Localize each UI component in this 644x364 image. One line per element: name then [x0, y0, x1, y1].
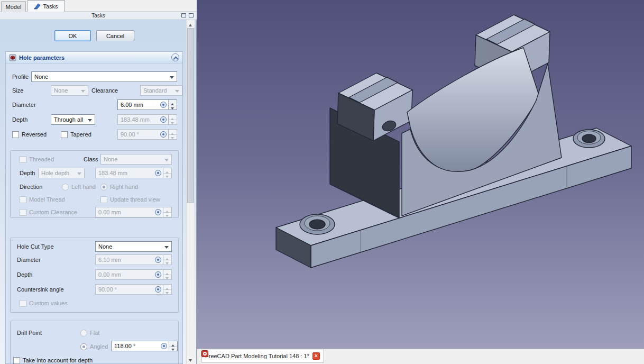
hole-parameters-section: Hole parameters Profile None Size None C…: [5, 51, 183, 364]
custom-clearance-checkbox: Custom Clearance: [20, 207, 77, 217]
class-combobox: None: [100, 154, 172, 165]
drill-point-groupbox: Drill Point Flat Angled 118.00 °: [10, 321, 179, 364]
custom-clearance-spinbox: 0.00 mm: [95, 207, 172, 217]
tasks-panel-titlebar: Tasks: [0, 12, 197, 20]
depth-account-checkbox[interactable]: Take into account for depth: [13, 355, 93, 364]
expression-icon: [155, 257, 161, 263]
hole-cut-groupbox: Hole Cut Type None Diameter 6.10 mm Dept…: [10, 238, 179, 313]
expression-icon: [155, 170, 161, 176]
depth-mode-combobox[interactable]: Through all: [51, 114, 95, 125]
profile-combobox[interactable]: None: [31, 71, 177, 82]
spin-down-button[interactable]: [169, 347, 177, 351]
spin-down-button: [169, 120, 177, 125]
checkbox-box: [13, 357, 20, 364]
expression-icon: [155, 209, 161, 215]
chevron-down-icon: [81, 90, 85, 95]
ok-button[interactable]: OK: [54, 30, 91, 41]
spin-up-button: [169, 130, 177, 135]
reversed-checkbox[interactable]: Reversed: [12, 129, 47, 140]
drill-angle-spinbox[interactable]: 118.00 °: [111, 341, 178, 351]
tab-tasks[interactable]: Tasks: [27, 0, 65, 12]
expression-icon: [155, 286, 161, 293]
expression-icon[interactable]: [160, 102, 167, 108]
checkbox-box: [61, 131, 68, 138]
direction-label: Direction: [20, 181, 42, 192]
cancel-button[interactable]: Cancel: [96, 30, 134, 41]
freecad-window: Model Tasks Tasks OK Cancel: [0, 0, 644, 364]
radio-circle: [100, 184, 107, 190]
thread-depth-spinbox: 183.48 mm: [95, 168, 172, 178]
document-tab[interactable]: FreeCAD Part Modeling Tutorial 148 : 1* …: [201, 350, 324, 362]
spin-down-button: [163, 213, 171, 217]
collapse-icon[interactable]: [171, 53, 179, 61]
chevron-down-icon: [88, 119, 92, 124]
custom-values-checkbox: Custom values: [20, 298, 68, 308]
hole-cut-type-combobox[interactable]: None: [95, 241, 172, 252]
3d-viewport[interactable]: FreeCAD Part Modeling Tutorial 148 : 1* …: [197, 0, 644, 364]
clearance-label: Clearance: [91, 85, 118, 96]
update-thread-view-checkbox: Update thread view: [100, 194, 160, 205]
spin-up-button[interactable]: [169, 100, 177, 105]
size-label: Size: [12, 85, 23, 96]
spin-down-button[interactable]: [169, 105, 177, 110]
diameter-spinbox[interactable]: 6.00 mm: [117, 99, 177, 110]
tasks-panel-title: Tasks: [91, 13, 105, 19]
radio-circle: [80, 330, 87, 336]
threaded-checkbox: Threaded: [20, 154, 54, 165]
tapered-checkbox[interactable]: Tapered: [61, 129, 91, 140]
thread-depth-label: Depth: [20, 168, 35, 178]
profile-label: Profile: [12, 71, 29, 82]
spin-up-button: [163, 270, 171, 275]
drill-point-label: Drill Point: [17, 327, 42, 338]
checkbox-box: [20, 156, 26, 163]
freecad-doc-icon: [201, 350, 208, 357]
class-label: Class: [84, 154, 98, 165]
flat-radio[interactable]: Flat: [80, 327, 99, 338]
spin-down-button: [169, 135, 177, 140]
spin-down-button: [163, 174, 171, 178]
tasks-pen-icon: [34, 3, 41, 10]
checkbox-box: [20, 209, 26, 216]
checkbox-box: [100, 196, 107, 203]
spin-up-button: [163, 207, 171, 213]
cut-diameter-label: Diameter: [17, 254, 41, 265]
radio-circle: [80, 343, 87, 350]
scroll-down-button[interactable]: [187, 356, 195, 364]
spin-up-button: [163, 285, 171, 290]
checkbox-box: [20, 196, 26, 203]
chevron-down-icon: [170, 76, 174, 81]
scrollbar-track[interactable]: [186, 20, 194, 364]
document-tab-bar: FreeCAD Part Modeling Tutorial 148 : 1* …: [197, 349, 644, 364]
tab-model[interactable]: Model: [1, 1, 26, 12]
tasks-panel-body: OK Cancel Hole parameters Profile None: [0, 20, 196, 364]
expression-icon[interactable]: [161, 343, 167, 349]
spin-up-button: [163, 168, 171, 174]
angled-radio[interactable]: Angled: [80, 341, 108, 352]
scroll-up-button[interactable]: [187, 20, 195, 28]
left-hand-radio: Left hand: [62, 181, 96, 192]
hole-parameters-header[interactable]: Hole parameters: [6, 52, 182, 63]
diameter-label: Diameter: [12, 99, 36, 110]
expression-icon: [160, 131, 167, 138]
spin-up-button[interactable]: [169, 341, 177, 347]
chevron-down-icon: [164, 246, 169, 251]
float-panel-icon[interactable]: [181, 13, 186, 17]
chevron-down-icon: [175, 90, 179, 95]
tab-model-label: Model: [6, 4, 22, 10]
cut-depth-label: Depth: [17, 269, 32, 280]
pillow-block-model[interactable]: [197, 0, 644, 349]
close-document-icon[interactable]: ×: [312, 352, 320, 360]
checkbox-box: [20, 300, 26, 307]
tab-tasks-label: Tasks: [43, 3, 58, 10]
countersink-angle-spinbox: 90.00 °: [95, 284, 172, 295]
checkbox-box: [12, 131, 19, 138]
countersink-angle-label: Countersink angle: [17, 284, 64, 295]
taper-angle-spinbox: 90.00 °: [117, 129, 177, 140]
clearance-combobox: Standard: [140, 85, 182, 96]
right-hand-radio: Right hand: [100, 181, 138, 192]
scrollbar-thumb[interactable]: [187, 28, 194, 203]
close-panel-icon[interactable]: [189, 13, 194, 17]
chevron-down-icon: [164, 159, 169, 163]
document-tab-label: FreeCAD Part Modeling Tutorial 148 : 1*: [205, 353, 309, 359]
spin-down-button: [163, 290, 171, 295]
